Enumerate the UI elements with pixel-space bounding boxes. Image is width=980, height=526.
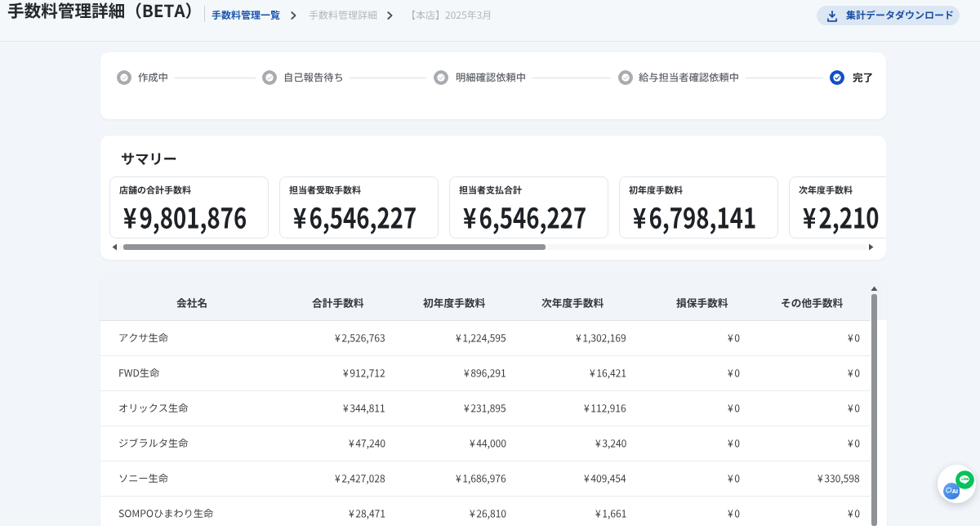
- svg-text:AI: AI: [951, 488, 958, 496]
- svg-text:LINE: LINE: [961, 477, 969, 481]
